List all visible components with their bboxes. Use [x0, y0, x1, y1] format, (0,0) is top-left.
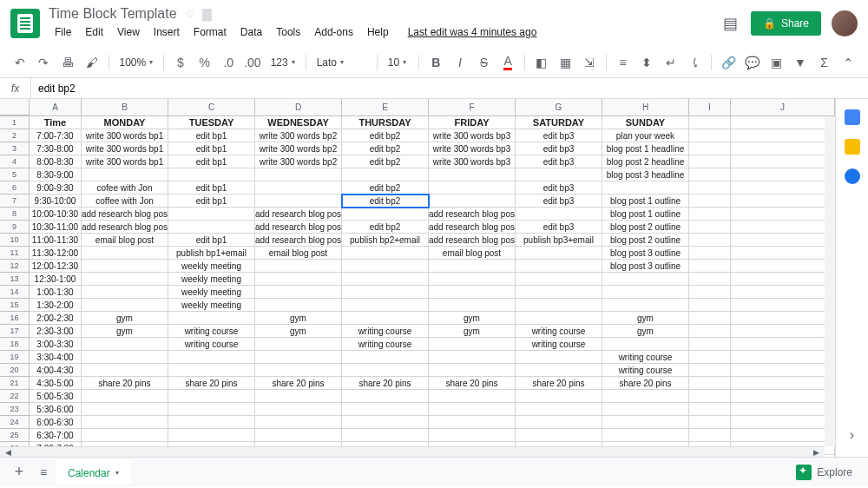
formula-input[interactable]	[31, 82, 868, 95]
cell[interactable]: blog post 3 headline	[602, 168, 689, 181]
cell[interactable]	[168, 208, 255, 221]
cell[interactable]	[429, 364, 516, 377]
cell[interactable]: 6:30-7:00	[30, 429, 82, 442]
cell[interactable]	[342, 351, 429, 364]
cell[interactable]	[168, 351, 255, 364]
cell[interactable]: add research blog post	[82, 221, 168, 234]
cell[interactable]	[731, 312, 835, 325]
all-sheets-menu-icon[interactable]: ≡	[31, 465, 56, 479]
font-size-select[interactable]: 10	[383, 52, 414, 73]
cell[interactable]	[731, 129, 835, 142]
cell[interactable]: edit bp1	[168, 142, 255, 155]
cell[interactable]	[689, 142, 731, 155]
borders-icon[interactable]: ▦	[555, 51, 577, 74]
cell[interactable]: share 20 pins	[255, 377, 342, 390]
row-header[interactable]: 22	[0, 390, 30, 403]
col-header-F[interactable]: F	[429, 99, 516, 115]
cell[interactable]: edit bp2	[342, 195, 429, 208]
strike-icon[interactable]: S	[473, 51, 496, 74]
cell[interactable]: add research blog post	[429, 234, 516, 247]
cell[interactable]	[342, 429, 429, 442]
comment-icon[interactable]: 💬	[741, 51, 764, 74]
cell[interactable]: gym	[82, 312, 168, 325]
cell[interactable]: 11:00-11:30	[30, 234, 82, 247]
cell[interactable]	[429, 286, 516, 299]
cell[interactable]: gym	[602, 312, 689, 325]
cell[interactable]	[516, 286, 602, 299]
cell[interactable]	[516, 247, 602, 260]
cell[interactable]: blog post 2 outline	[602, 234, 689, 247]
cell[interactable]	[255, 195, 342, 208]
cell[interactable]: edit bp1	[168, 234, 255, 247]
functions-icon[interactable]: Σ	[813, 51, 836, 74]
cell[interactable]	[82, 247, 168, 260]
cell[interactable]	[731, 221, 835, 234]
cell[interactable]	[731, 429, 835, 442]
col-header-J[interactable]: J	[731, 99, 835, 115]
cell[interactable]	[602, 429, 689, 442]
cell[interactable]: publish bp2+email	[342, 234, 429, 247]
last-edit[interactable]: Last edit was 4 minutes ago	[402, 23, 543, 41]
cell[interactable]	[689, 260, 731, 273]
cell[interactable]: 6:00-6:30	[30, 416, 82, 429]
cell[interactable]: share 20 pins	[82, 377, 168, 390]
cell[interactable]: gym	[429, 312, 516, 325]
cell[interactable]	[731, 273, 835, 286]
cell[interactable]	[255, 364, 342, 377]
cell[interactable]	[82, 260, 168, 273]
cell[interactable]: write 300 words bp1	[82, 142, 168, 155]
cell[interactable]	[731, 364, 835, 377]
cell[interactable]	[689, 312, 731, 325]
cell[interactable]	[255, 416, 342, 429]
cell[interactable]: 11:30-12:00	[30, 247, 82, 260]
cell[interactable]: share 20 pins	[516, 377, 602, 390]
cell[interactable]	[516, 416, 602, 429]
cell[interactable]: edit bp2	[342, 155, 429, 168]
menu-view[interactable]: View	[111, 23, 146, 41]
cell[interactable]: WEDNESDAY	[255, 116, 342, 129]
cell[interactable]	[602, 416, 689, 429]
cell[interactable]: email blog post	[429, 247, 516, 260]
grid[interactable]: ABCDEFGHIJ 12345678910111213141516171819…	[0, 99, 835, 457]
cell[interactable]	[689, 325, 731, 338]
avatar[interactable]	[832, 10, 858, 36]
cell[interactable]: 12:30-1:00	[30, 273, 82, 286]
cell[interactable]: SUNDAY	[602, 116, 689, 129]
fill-color-icon[interactable]: ◧	[530, 51, 553, 74]
cell[interactable]	[168, 221, 255, 234]
scroll-left-icon[interactable]: ◀	[3, 448, 13, 457]
cell[interactable]: writing course	[168, 325, 255, 338]
cell[interactable]	[82, 429, 168, 442]
cell[interactable]	[689, 155, 731, 168]
cell[interactable]: add research blog post	[82, 208, 168, 221]
cell[interactable]: 2:30-3:00	[30, 325, 82, 338]
menu-file[interactable]: File	[49, 23, 77, 41]
cell[interactable]	[255, 390, 342, 403]
cell[interactable]	[342, 273, 429, 286]
cell[interactable]: gym	[255, 325, 342, 338]
select-all-corner[interactable]	[0, 99, 30, 115]
cell[interactable]: blog post 1 outline	[602, 208, 689, 221]
cell[interactable]: write 300 words bp3	[429, 129, 516, 142]
cell[interactable]: 3:00-3:30	[30, 338, 82, 351]
cell[interactable]	[689, 351, 731, 364]
undo-icon[interactable]: ↶	[9, 51, 31, 74]
cell[interactable]	[342, 403, 429, 416]
cell[interactable]	[429, 390, 516, 403]
cell[interactable]	[731, 247, 835, 260]
cell[interactable]	[731, 234, 835, 247]
cell[interactable]	[731, 168, 835, 181]
cell[interactable]: weekly meeting	[168, 273, 255, 286]
cell[interactable]: edit bp3	[516, 142, 602, 155]
cell[interactable]: writing course	[516, 338, 602, 351]
col-header-H[interactable]: H	[602, 99, 689, 115]
row-header[interactable]: 23	[0, 403, 30, 416]
currency-icon[interactable]: $	[169, 51, 192, 74]
cell[interactable]: write 300 words bp2	[255, 155, 342, 168]
cell[interactable]: 4:30-5:00	[30, 377, 82, 390]
comments-icon[interactable]: ▤	[721, 14, 740, 33]
cell[interactable]: edit bp3	[516, 155, 602, 168]
cell[interactable]: FRIDAY	[429, 116, 516, 129]
row-header[interactable]: 8	[0, 208, 30, 221]
menu-addons[interactable]: Add-ons	[308, 23, 359, 41]
